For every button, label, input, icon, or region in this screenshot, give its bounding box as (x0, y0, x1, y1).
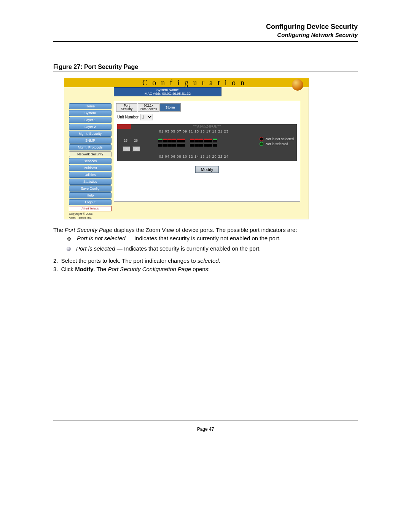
port-05-icon[interactable] (167, 139, 172, 142)
unit-row: Unit Number 1 (114, 112, 300, 123)
modify-row: Modify (114, 166, 300, 173)
nav-layer2[interactable]: Layer 2 (69, 124, 112, 130)
port-22-icon[interactable] (208, 144, 212, 147)
port-bottom-row (158, 144, 217, 147)
nav-layer1[interactable]: Layer 1 (69, 117, 112, 123)
figure-caption: Figure 27: Port Security Page (53, 64, 138, 70)
nav-network-security[interactable]: Network Security (69, 151, 112, 157)
system-info-bar: System Name: MAC Addr: 00:0C:46:95:B1:32 (114, 87, 221, 96)
device-model: **AT-8524POE** (117, 124, 297, 128)
globe-icon (292, 79, 303, 91)
b1-a: Port is not selected (77, 235, 126, 241)
intro-b: Port Security Page (65, 227, 112, 233)
port-16-icon[interactable] (194, 144, 199, 147)
header-title: Configuring Device Security (266, 23, 358, 31)
sfp-25-icon[interactable]: ✕ (123, 146, 130, 152)
mac-address: MAC Addr: 00:0C:46:95:B1:32 (114, 92, 221, 96)
nav-help[interactable]: Help (69, 192, 112, 198)
port-02-icon[interactable] (158, 144, 162, 147)
port-10-icon[interactable] (177, 144, 181, 147)
port-19-icon[interactable] (204, 139, 208, 142)
nav-logout[interactable]: Logout (69, 199, 112, 205)
port-nums-bot: 02 04 06 08 10 12 14 16 18 20 22 24 (159, 155, 229, 158)
step-3: 3. Click Modify. The Port Security Confi… (53, 266, 358, 272)
port-24-icon[interactable] (213, 144, 217, 147)
tab-line2: Port Access (140, 107, 157, 111)
port-08-icon[interactable] (172, 144, 176, 147)
step-2: 2. Select the ports to lock. The port in… (53, 257, 358, 264)
legend-not-selected-label: Port is not selected (264, 137, 294, 141)
page-header: Configuring Device Security Configuring … (266, 23, 358, 38)
intro-paragraph: The Port Security Page displays the Zoom… (53, 226, 358, 234)
nav-save-config[interactable]: Save Config (69, 185, 112, 192)
port-nums-top: 01 03 05 07 09 11 13 15 17 19 21 23 (159, 129, 229, 133)
nav-system[interactable]: System (69, 110, 112, 116)
footer-rule (53, 420, 358, 420)
port-11-icon[interactable] (181, 139, 185, 142)
sidebar-brand: Allied Telesis (69, 206, 112, 211)
bullet-not-selected: Port is not selected — Indicates that se… (67, 235, 358, 241)
legend-selected-icon (260, 142, 263, 146)
b2-a: Port is selected (76, 245, 115, 252)
intro-a: The (53, 227, 65, 233)
port-01-icon[interactable] (158, 139, 162, 142)
s3e: opens: (191, 266, 210, 272)
device-view: **AT-8524POE** 01 03 05 07 09 11 13 15 1… (117, 124, 297, 161)
tab-label: Storm Control (164, 105, 176, 117)
s2c: . (219, 257, 220, 264)
sidebar-copyright: Copyright © 2006 Allied Telesis Inc. All… (69, 212, 112, 219)
port-18-icon[interactable] (199, 144, 203, 147)
content-pane: Port Security 802.1x Port Access Storm C… (114, 101, 300, 202)
port-20-icon[interactable] (204, 144, 208, 147)
nav-home[interactable]: Home (69, 103, 112, 109)
unit-label: Unit Number (117, 115, 139, 119)
s3a: Click (61, 266, 75, 272)
nav-utilities[interactable]: Utilities (69, 172, 112, 178)
sfp-slots: ✕ ✕ (123, 146, 140, 152)
nav-services[interactable]: Services (69, 158, 112, 164)
nav-mgmt-protocols[interactable]: Mgmt. Protocols (69, 144, 112, 150)
page-number: Page 47 (0, 427, 411, 432)
tab-storm-control[interactable]: Storm Control (159, 103, 181, 112)
port-label-26: 26 (134, 139, 138, 142)
port-label-25: 25 (124, 139, 127, 142)
port-14-icon[interactable] (190, 144, 194, 147)
screenshot-port-security: C o n f i g u r a t i o n System Name: M… (64, 78, 309, 219)
step2-num: 2. (53, 257, 58, 264)
tab-8021x[interactable]: 802.1x Port Access (138, 103, 159, 112)
steps-list: 2. Select the ports to lock. The port in… (53, 257, 358, 274)
port-03-icon[interactable] (163, 139, 167, 142)
sidebar-nav: Home System Layer 1 Layer 2 Mgmt. Securi… (69, 103, 112, 219)
port-17-icon[interactable] (199, 139, 203, 142)
unit-select[interactable]: 1 (140, 114, 153, 120)
b2-b: — Indicates that security is currently e… (115, 245, 261, 252)
port-07-icon[interactable] (172, 139, 176, 142)
figure-rule (53, 72, 358, 72)
header-subtitle: Configuring Network Security (266, 32, 358, 38)
header-rule (53, 41, 358, 42)
port-15-icon[interactable] (194, 139, 199, 142)
sphere-icon (67, 247, 71, 251)
port-13-icon[interactable] (190, 139, 194, 142)
sfp-26-icon[interactable]: ✕ (132, 146, 140, 152)
nav-multicast[interactable]: Multicast (69, 165, 112, 171)
nav-snmp[interactable]: SNMP (69, 137, 112, 144)
nav-mgmt-security[interactable]: Mgmt. Security (69, 131, 112, 137)
s3b: Modify (75, 266, 93, 272)
port-06-icon[interactable] (167, 144, 172, 147)
port-23-icon[interactable] (213, 139, 217, 142)
nav-statistics[interactable]: Statistics (69, 179, 112, 185)
port-12-icon[interactable] (181, 144, 185, 147)
modify-button[interactable]: Modify (195, 166, 219, 173)
port-21-icon[interactable] (208, 139, 212, 142)
tab-port-security[interactable]: Port Security (116, 103, 137, 112)
legend-not-selected-icon (260, 137, 263, 141)
port-09-icon[interactable] (177, 139, 181, 142)
s3c: . The (94, 266, 108, 272)
legend-selected-label: Port is selected (264, 142, 288, 146)
intro-c: displays the Zoom View of device ports. … (112, 227, 297, 233)
bullet-selected: Port is selected — Indicates that securi… (67, 245, 358, 252)
port-04-icon[interactable] (163, 144, 167, 147)
device-legend: Port is not selected Port is selected (260, 137, 294, 147)
s2b: selected (198, 257, 219, 264)
